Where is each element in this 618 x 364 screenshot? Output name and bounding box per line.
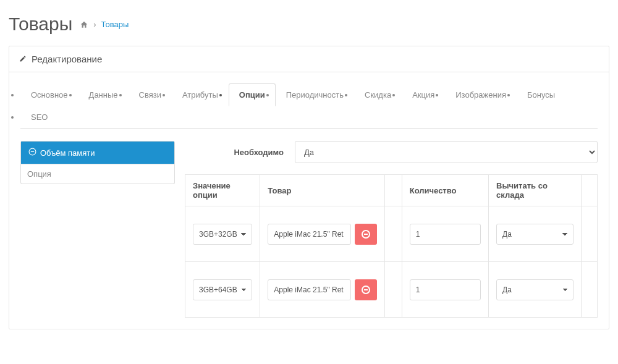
home-icon[interactable]: [80, 19, 88, 29]
edit-panel: Редактирование ОсновноеДанныеСвязиАтрибу…: [9, 46, 609, 329]
th-spacer: [385, 175, 402, 206]
breadcrumb: › Товары: [80, 19, 129, 29]
panel-heading-text: Редактирование: [32, 54, 102, 64]
svg-rect-1: [31, 151, 34, 152]
panel-heading: Редактирование: [9, 46, 609, 72]
product-input[interactable]: [268, 224, 351, 245]
subtract-select[interactable]: Да: [496, 224, 574, 245]
product-tabs: ОсновноеДанныеСвязиАтрибутыОпцииПериодич…: [20, 83, 598, 129]
option-value-select[interactable]: 3GB+32GB: [193, 224, 252, 245]
required-label: Необходимо: [185, 148, 284, 157]
minus-circle-icon: [28, 148, 36, 158]
table-row: 3GB+64GBДа: [185, 262, 598, 318]
option-values-table: Значение опции Товар Количество Вычитать…: [185, 174, 598, 318]
tab-бонусы[interactable]: Бонусы: [517, 83, 565, 106]
option-value-select[interactable]: 3GB+64GB: [193, 279, 252, 300]
page-title: Товары: [9, 14, 72, 35]
quantity-input[interactable]: [410, 224, 481, 245]
minus-circle-icon: [362, 230, 370, 239]
th-product: Товар: [260, 175, 385, 206]
tab-seo[interactable]: SEO: [20, 106, 58, 129]
pencil-icon: [19, 54, 27, 64]
table-row: 3GB+32GBДа: [185, 206, 598, 262]
tab-периодичность[interactable]: Периодичность: [276, 83, 354, 106]
quantity-input[interactable]: [410, 279, 481, 300]
product-input[interactable]: [268, 279, 351, 300]
option-sidebar: Объём памяти Опция: [20, 141, 175, 184]
required-select[interactable]: Да: [295, 141, 598, 163]
tab-изображения[interactable]: Изображения: [445, 83, 517, 106]
th-trail: [582, 175, 598, 206]
th-option-value: Значение опции: [185, 175, 260, 206]
remove-product-button[interactable]: [355, 279, 377, 300]
minus-circle-icon: [362, 286, 370, 294]
option-add-input[interactable]: Опция: [27, 169, 51, 179]
remove-product-button[interactable]: [355, 224, 377, 245]
breadcrumb-separator: ›: [93, 20, 96, 29]
option-item-label: Объём памяти: [40, 148, 95, 158]
subtract-select[interactable]: Да: [496, 279, 574, 300]
option-item-memory[interactable]: Объём памяти: [21, 142, 174, 164]
th-quantity: Количество: [402, 175, 488, 206]
breadcrumb-link[interactable]: Товары: [101, 20, 129, 29]
th-subtract: Вычитать со склада: [489, 175, 582, 206]
